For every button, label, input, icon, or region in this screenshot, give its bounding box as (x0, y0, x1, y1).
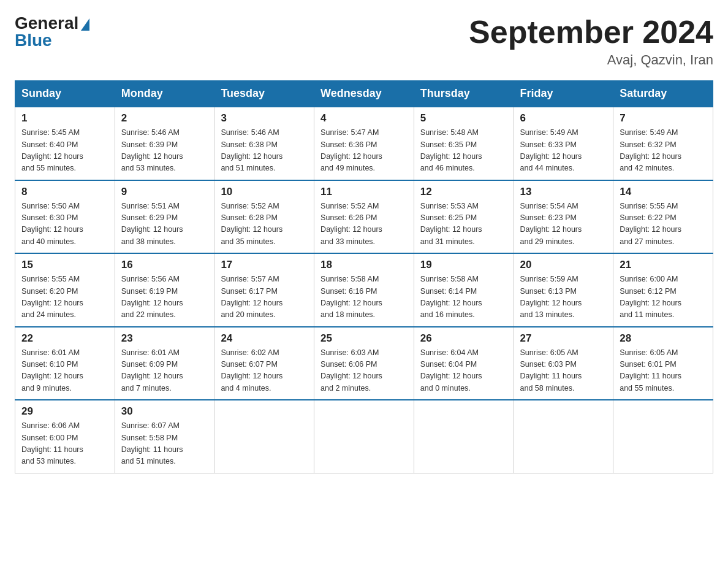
day-number: 9 (121, 186, 208, 198)
day-cell: 1Sunrise: 5:45 AM Sunset: 6:40 PM Daylig… (15, 107, 115, 180)
column-header-tuesday: Tuesday (214, 81, 314, 107)
week-row-3: 15Sunrise: 5:55 AM Sunset: 6:20 PM Dayli… (15, 253, 713, 327)
title-area: September 2024 Avaj, Qazvin, Iran (469, 15, 713, 68)
day-number: 6 (520, 112, 607, 124)
day-cell: 4Sunrise: 5:47 AM Sunset: 6:36 PM Daylig… (314, 107, 414, 180)
column-header-saturday: Saturday (613, 81, 713, 107)
day-cell: 7Sunrise: 5:49 AM Sunset: 6:32 PM Daylig… (613, 107, 713, 180)
week-row-5: 29Sunrise: 6:06 AM Sunset: 6:00 PM Dayli… (15, 400, 713, 473)
day-cell: 21Sunrise: 6:00 AM Sunset: 6:12 PM Dayli… (613, 253, 713, 327)
day-cell: 9Sunrise: 5:51 AM Sunset: 6:29 PM Daylig… (115, 180, 214, 254)
day-info: Sunrise: 6:05 AM Sunset: 6:03 PM Dayligh… (520, 347, 607, 395)
day-info: Sunrise: 5:46 AM Sunset: 6:38 PM Dayligh… (221, 127, 308, 175)
day-number: 14 (620, 186, 707, 198)
day-cell: 5Sunrise: 5:48 AM Sunset: 6:35 PM Daylig… (414, 107, 514, 180)
day-info: Sunrise: 5:55 AM Sunset: 6:22 PM Dayligh… (620, 201, 707, 248)
day-cell: 16Sunrise: 5:56 AM Sunset: 6:19 PM Dayli… (115, 253, 214, 327)
day-number: 28 (620, 332, 707, 345)
day-cell: 25Sunrise: 6:03 AM Sunset: 6:06 PM Dayli… (314, 327, 414, 400)
day-number: 19 (420, 259, 507, 271)
week-row-1: 1Sunrise: 5:45 AM Sunset: 6:40 PM Daylig… (15, 107, 713, 180)
day-cell: 24Sunrise: 6:02 AM Sunset: 6:07 PM Dayli… (214, 327, 314, 400)
day-info: Sunrise: 5:52 AM Sunset: 6:26 PM Dayligh… (320, 201, 408, 248)
day-number: 30 (121, 405, 208, 418)
day-cell: 19Sunrise: 5:58 AM Sunset: 6:14 PM Dayli… (414, 253, 514, 327)
logo-general: General (15, 15, 78, 32)
day-number: 16 (121, 259, 208, 271)
calendar-header-row: SundayMondayTuesdayWednesdayThursdayFrid… (15, 81, 713, 107)
day-info: Sunrise: 5:45 AM Sunset: 6:40 PM Dayligh… (21, 127, 108, 175)
day-info: Sunrise: 5:52 AM Sunset: 6:28 PM Dayligh… (221, 201, 308, 248)
day-info: Sunrise: 6:04 AM Sunset: 6:04 PM Dayligh… (420, 347, 507, 395)
day-cell: 20Sunrise: 5:59 AM Sunset: 6:13 PM Dayli… (514, 253, 613, 327)
logo: General Blue (15, 15, 89, 49)
day-cell: 8Sunrise: 5:50 AM Sunset: 6:30 PM Daylig… (15, 180, 115, 254)
day-number: 3 (221, 112, 308, 124)
calendar-table: SundayMondayTuesdayWednesdayThursdayFrid… (15, 80, 713, 473)
day-cell: 18Sunrise: 5:58 AM Sunset: 6:16 PM Dayli… (314, 253, 414, 327)
day-info: Sunrise: 5:48 AM Sunset: 6:35 PM Dayligh… (420, 127, 507, 175)
day-cell: 27Sunrise: 6:05 AM Sunset: 6:03 PM Dayli… (514, 327, 613, 400)
day-number: 29 (21, 405, 108, 418)
day-cell: 13Sunrise: 5:54 AM Sunset: 6:23 PM Dayli… (514, 180, 613, 254)
day-cell: 12Sunrise: 5:53 AM Sunset: 6:25 PM Dayli… (414, 180, 514, 254)
day-number: 26 (420, 332, 507, 345)
day-cell: 29Sunrise: 6:06 AM Sunset: 6:00 PM Dayli… (15, 400, 115, 473)
day-number: 13 (520, 186, 607, 198)
column-header-friday: Friday (514, 81, 613, 107)
day-info: Sunrise: 5:59 AM Sunset: 6:13 PM Dayligh… (520, 274, 607, 321)
week-row-4: 22Sunrise: 6:01 AM Sunset: 6:10 PM Dayli… (15, 327, 713, 400)
day-number: 8 (21, 186, 108, 198)
day-info: Sunrise: 5:49 AM Sunset: 6:33 PM Dayligh… (520, 127, 607, 175)
column-header-sunday: Sunday (15, 81, 115, 107)
day-info: Sunrise: 6:00 AM Sunset: 6:12 PM Dayligh… (620, 274, 707, 321)
day-number: 10 (221, 186, 308, 198)
day-info: Sunrise: 6:02 AM Sunset: 6:07 PM Dayligh… (221, 347, 308, 395)
day-number: 22 (21, 332, 108, 345)
logo-text: General Blue (15, 15, 89, 49)
day-cell: 11Sunrise: 5:52 AM Sunset: 6:26 PM Dayli… (314, 180, 414, 254)
day-number: 1 (21, 112, 108, 124)
day-cell (414, 400, 514, 473)
day-number: 2 (121, 112, 208, 124)
day-info: Sunrise: 6:07 AM Sunset: 5:58 PM Dayligh… (121, 420, 208, 468)
logo-area: General Blue (15, 15, 89, 49)
day-cell: 23Sunrise: 6:01 AM Sunset: 6:09 PM Dayli… (115, 327, 214, 400)
day-info: Sunrise: 5:49 AM Sunset: 6:32 PM Dayligh… (620, 127, 707, 175)
day-info: Sunrise: 5:56 AM Sunset: 6:19 PM Dayligh… (121, 274, 208, 321)
location-label: Avaj, Qazvin, Iran (469, 52, 713, 68)
day-cell (514, 400, 613, 473)
day-cell (613, 400, 713, 473)
day-number: 15 (21, 259, 108, 271)
day-info: Sunrise: 6:01 AM Sunset: 6:09 PM Dayligh… (121, 347, 208, 395)
day-info: Sunrise: 5:53 AM Sunset: 6:25 PM Dayligh… (420, 201, 507, 248)
day-number: 18 (320, 259, 408, 271)
day-info: Sunrise: 5:47 AM Sunset: 6:36 PM Dayligh… (320, 127, 408, 175)
day-info: Sunrise: 5:54 AM Sunset: 6:23 PM Dayligh… (520, 201, 607, 248)
day-info: Sunrise: 5:46 AM Sunset: 6:39 PM Dayligh… (121, 127, 208, 175)
day-cell: 6Sunrise: 5:49 AM Sunset: 6:33 PM Daylig… (514, 107, 613, 180)
day-info: Sunrise: 6:06 AM Sunset: 6:00 PM Dayligh… (21, 420, 108, 468)
day-number: 12 (420, 186, 507, 198)
day-cell: 28Sunrise: 6:05 AM Sunset: 6:01 PM Dayli… (613, 327, 713, 400)
day-info: Sunrise: 6:01 AM Sunset: 6:10 PM Dayligh… (21, 347, 108, 395)
day-info: Sunrise: 5:58 AM Sunset: 6:14 PM Dayligh… (420, 274, 507, 321)
day-number: 7 (620, 112, 707, 124)
day-info: Sunrise: 5:57 AM Sunset: 6:17 PM Dayligh… (221, 274, 308, 321)
day-info: Sunrise: 6:03 AM Sunset: 6:06 PM Dayligh… (320, 347, 408, 395)
column-header-monday: Monday (115, 81, 214, 107)
day-cell: 30Sunrise: 6:07 AM Sunset: 5:58 PM Dayli… (115, 400, 214, 473)
day-number: 23 (121, 332, 208, 345)
column-header-wednesday: Wednesday (314, 81, 414, 107)
day-number: 24 (221, 332, 308, 345)
day-number: 11 (320, 186, 408, 198)
day-cell: 22Sunrise: 6:01 AM Sunset: 6:10 PM Dayli… (15, 327, 115, 400)
day-cell: 17Sunrise: 5:57 AM Sunset: 6:17 PM Dayli… (214, 253, 314, 327)
day-cell: 3Sunrise: 5:46 AM Sunset: 6:38 PM Daylig… (214, 107, 314, 180)
column-header-thursday: Thursday (414, 81, 514, 107)
day-number: 4 (320, 112, 408, 124)
day-info: Sunrise: 5:51 AM Sunset: 6:29 PM Dayligh… (121, 201, 208, 248)
day-cell: 14Sunrise: 5:55 AM Sunset: 6:22 PM Dayli… (613, 180, 713, 254)
day-cell: 26Sunrise: 6:04 AM Sunset: 6:04 PM Dayli… (414, 327, 514, 400)
day-cell: 15Sunrise: 5:55 AM Sunset: 6:20 PM Dayli… (15, 253, 115, 327)
